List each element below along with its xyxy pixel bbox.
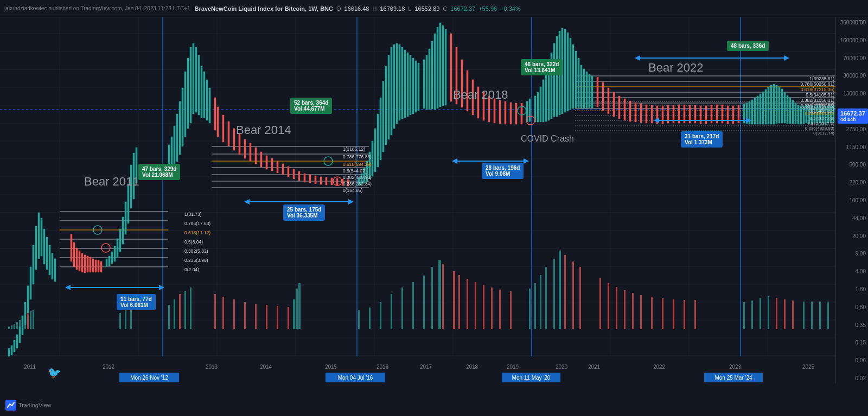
svg-rect-111 xyxy=(187,58,189,129)
svg-marker-366 xyxy=(348,199,354,204)
bear-2014-label: Bear 2014 xyxy=(236,123,291,137)
svg-rect-326 xyxy=(540,275,541,329)
svg-rect-319 xyxy=(475,282,476,329)
svg-rect-327 xyxy=(545,267,547,329)
svg-rect-296 xyxy=(222,297,224,329)
fib2-0236-label: 0.236(4828.83) xyxy=(805,126,834,131)
svg-rect-344 xyxy=(743,302,745,329)
svg-rect-116 xyxy=(201,66,202,118)
svg-text:2025: 2025 xyxy=(802,364,815,370)
svg-rect-174 xyxy=(437,27,438,108)
y-label-7: 2750.00 xyxy=(838,126,866,132)
svg-rect-171 xyxy=(429,49,430,110)
svg-rect-278 xyxy=(11,325,12,329)
svg-rect-96 xyxy=(117,239,118,258)
svg-rect-280 xyxy=(16,322,18,329)
green-box-2014: 52 bars, 364d Vol 44.677M xyxy=(290,98,332,114)
svg-rect-263 xyxy=(797,105,799,124)
svg-rect-251 xyxy=(765,89,767,124)
svg-rect-342 xyxy=(684,300,685,329)
svg-rect-135 xyxy=(293,169,295,179)
svg-rect-348 xyxy=(776,298,777,329)
svg-rect-291 xyxy=(174,299,175,329)
svg-rect-64 xyxy=(14,340,15,352)
covid-crash-label: COVID Crash xyxy=(521,134,574,144)
svg-rect-162 xyxy=(401,47,403,119)
fib2-0786-label: 0.786(13385.77) xyxy=(802,106,834,111)
svg-rect-219 xyxy=(613,92,615,117)
svg-rect-70 xyxy=(30,267,31,299)
svg-rect-159 xyxy=(393,44,395,129)
y-axis: 360000.00 160000.00 70000.00 30000.00 13… xyxy=(835,17,868,383)
svg-rect-220 xyxy=(618,96,620,119)
blue-box-2018-line1: 28 bars, 196d xyxy=(486,165,520,171)
svg-rect-264 xyxy=(800,106,802,124)
svg-rect-206 xyxy=(567,33,569,111)
svg-rect-196 xyxy=(540,87,541,122)
svg-rect-224 xyxy=(640,104,642,123)
svg-rect-106 xyxy=(174,126,175,168)
svg-rect-333 xyxy=(599,278,601,329)
svg-rect-309 xyxy=(391,294,392,329)
current-price-value: 16672.37 xyxy=(840,110,865,117)
svg-rect-249 xyxy=(760,94,761,124)
svg-rect-257 xyxy=(781,89,783,123)
svg-text:2017: 2017 xyxy=(420,364,432,370)
svg-rect-193 xyxy=(529,99,531,121)
svg-text:2021: 2021 xyxy=(588,364,601,370)
green-box-2022: 48 bars, 336d xyxy=(727,41,769,51)
y-label-16: 1.80 xyxy=(838,286,866,292)
svg-rect-109 xyxy=(182,88,183,146)
svg-rect-301 xyxy=(277,306,278,329)
svg-rect-121 xyxy=(217,107,219,137)
svg-rect-82 xyxy=(76,248,78,270)
fib-0618-label: 0.618(37215|36) xyxy=(801,87,834,92)
svg-rect-246 xyxy=(751,100,753,124)
svg-rect-258 xyxy=(784,92,786,123)
svg-rect-126 xyxy=(244,139,246,158)
svg-rect-338 xyxy=(640,295,642,329)
close-label: C xyxy=(443,5,447,12)
bear-2011-label: Bear 2011 xyxy=(84,175,139,189)
svg-rect-300 xyxy=(266,305,267,329)
y-label-3: 70000.00 xyxy=(838,55,866,61)
y-label-5: 13000.00 xyxy=(838,91,866,97)
blue-box-2014-line2: Vol 36.335M xyxy=(287,213,321,219)
svg-rect-343 xyxy=(694,300,696,329)
svg-rect-315 xyxy=(442,264,444,329)
svg-rect-172 xyxy=(431,41,433,109)
svg-rect-314 xyxy=(438,260,441,329)
tv-logo-text: TradingView xyxy=(18,402,52,408)
fib-2014-0786: 0.786(776.83) xyxy=(343,154,372,159)
svg-rect-260 xyxy=(789,98,791,124)
svg-rect-86 xyxy=(87,256,88,272)
blue-box-2011-line1: 11 bars, 77d xyxy=(120,296,152,302)
svg-rect-123 xyxy=(228,121,229,146)
fib-1-label: 1(69235|61) xyxy=(809,76,834,81)
svg-marker-374 xyxy=(635,55,640,61)
svg-text:2014: 2014 xyxy=(260,364,272,370)
svg-rect-113 xyxy=(193,43,194,114)
svg-rect-127 xyxy=(250,143,251,161)
svg-text:2011: 2011 xyxy=(24,364,36,370)
svg-rect-313 xyxy=(431,267,433,329)
svg-rect-317 xyxy=(458,275,460,329)
svg-rect-161 xyxy=(399,44,400,120)
ohlc-info: BraveNewCoin Liquid Index for Bitcoin, 1… xyxy=(195,5,521,12)
svg-rect-139 xyxy=(315,176,316,184)
fib2-0618-label: 0.618(9903.64) xyxy=(805,111,834,116)
y-label-11: 100.00 xyxy=(838,197,866,203)
fib2-0382-label: 0.382(6327.3) xyxy=(807,121,834,126)
svg-rect-99 xyxy=(125,202,126,234)
svg-rect-282 xyxy=(22,318,23,329)
blue-box-2018-line2: Vol 9.08M xyxy=(486,171,520,177)
fib-2011-0: 0(2.04) xyxy=(184,267,199,272)
svg-rect-157 xyxy=(388,55,390,139)
svg-rect-347 xyxy=(768,296,769,329)
svg-rect-142 xyxy=(331,178,333,185)
svg-rect-155 xyxy=(382,81,384,152)
blue-box-2014: 25 bars, 175d Vol 36.335M xyxy=(283,204,325,221)
chart-area: 2011 2012 2013 2014 2015 2016 2017 2018 … xyxy=(0,17,835,383)
svg-rect-215 xyxy=(591,76,593,108)
svg-rect-122 xyxy=(222,115,224,142)
